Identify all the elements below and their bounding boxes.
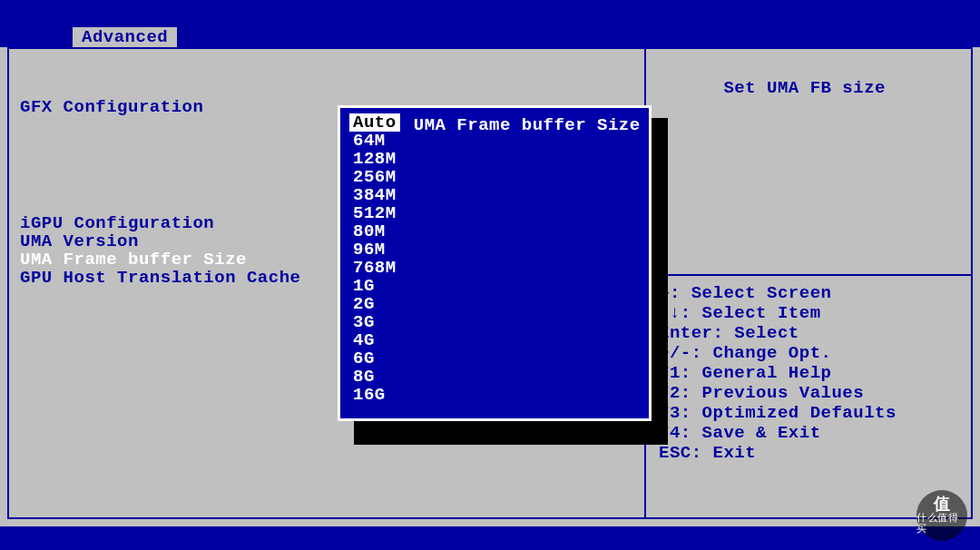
popup-option[interactable]: 96M (349, 241, 643, 259)
key-help-line: F2: Previous Values (659, 383, 962, 403)
key-help-line: F3: Optimized Defaults (659, 403, 962, 423)
popup-option[interactable]: 3G (349, 313, 643, 331)
watermark-badge: 值 什么值得买 (916, 490, 967, 541)
popup-option[interactable]: 4G (349, 331, 643, 349)
item-help-text: Set UMA FB size (723, 78, 886, 98)
bios-screen: Aptio Setup - American Megatrends Intern… (0, 0, 980, 550)
watermark-glyph: 值 (934, 496, 951, 513)
popup-option[interactable]: 128M (349, 150, 643, 168)
key-help-line: ESC: Exit (659, 443, 962, 463)
popup-option[interactable]: 64M (349, 132, 643, 150)
key-help-line: →: Select Screen (659, 283, 962, 303)
popup-option[interactable]: 80M (349, 222, 643, 241)
menu-tab-bar: Advanced (0, 27, 980, 47)
popup-option-list[interactable]: Auto64M128M256M384M512M80M96M768M1G2G3G4… (349, 113, 643, 413)
footer-bar: Ver. 2.21.1277 Copyright (C) 2022 Americ… (0, 526, 980, 550)
popup-option[interactable]: 16G (349, 386, 643, 404)
popup-option[interactable]: 1G (349, 277, 643, 295)
setting-label: UMA Frame buffer Size (20, 250, 374, 269)
setting-label: UMA Version (20, 232, 374, 250)
popup-option[interactable]: 256M (349, 168, 643, 186)
item-help-pane: Set UMA FB size (659, 58, 962, 118)
key-help-line: +/-: Change Opt. (659, 343, 962, 363)
help-divider (646, 274, 971, 276)
key-help-line: F4: Save & Exit (659, 423, 962, 443)
tab-advanced[interactable]: Advanced (73, 27, 177, 47)
title-bar: Aptio Setup - American Megatrends Intern… (0, 0, 980, 27)
key-help-pane: →: Select Screen↑↓: Select ItemEnter: Se… (659, 283, 962, 463)
key-help-line: Enter: Select (659, 323, 962, 343)
popup-option[interactable]: 512M (349, 204, 643, 222)
watermark-text: 什么值得买 (916, 513, 967, 535)
popup-uma-frame-buffer-size: UMA Frame buffer Size Auto64M128M256M384… (338, 105, 652, 421)
popup-option[interactable]: 8G (349, 368, 643, 386)
popup-option[interactable]: 768M (349, 259, 643, 277)
key-help-line: F1: General Help (659, 363, 962, 383)
popup-option[interactable]: 384M (349, 186, 643, 204)
popup-option[interactable]: 6G (349, 349, 643, 368)
popup-option[interactable]: 2G (349, 295, 643, 313)
setting-label: GPU Host Translation Cache (20, 269, 374, 287)
popup-option[interactable]: Auto (349, 113, 643, 132)
tab-label: Advanced (82, 27, 168, 47)
setting-label: iGPU Configuration (20, 214, 374, 232)
key-help-line: ↑↓: Select Item (659, 303, 962, 323)
